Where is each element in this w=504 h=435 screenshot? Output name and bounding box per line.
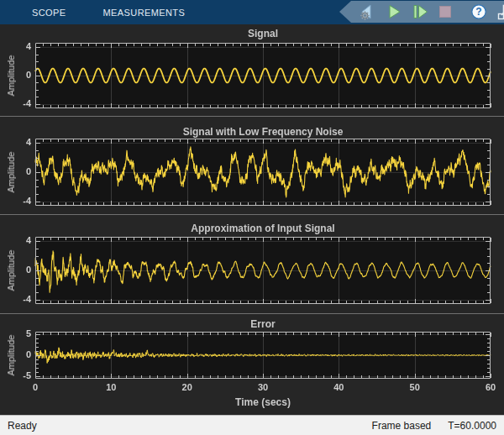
tab-scope[interactable]: SCOPE (29, 8, 70, 18)
step-forward-icon[interactable] (410, 3, 428, 21)
help-icon[interactable]: ? (470, 3, 488, 21)
status-sim-time: T=60.0000 (448, 420, 496, 432)
y-axis-label: Amplitude (6, 55, 16, 97)
tab-measurements[interactable]: MEASUREMENTS (100, 8, 189, 18)
toolstrip: SCOPE MEASUREMENTS (0, 0, 504, 24)
status-bar: Ready Frame based T=60.0000 (0, 415, 504, 435)
y-axis-label: Amplitude (6, 250, 16, 291)
plot-panel-noisy-signal: Signal with Low Frequency Noise Amplitud… (0, 117, 504, 214)
y-axis-label: Amplitude (6, 152, 16, 193)
plot-title-approximation: Approximation of Input Signal (35, 223, 491, 234)
status-frame-mode: Frame based (372, 420, 432, 432)
simulate-toolbar-group: ? (339, 1, 504, 23)
plot-title-signal: Signal (35, 28, 491, 39)
y-axis-label: Amplitude (6, 335, 16, 376)
plot-title-error: Error (35, 318, 491, 330)
plot-title-noisy-signal: Signal with Low Frequency Noise (35, 126, 491, 138)
stop-icon[interactable] (436, 3, 454, 21)
run-icon[interactable] (384, 3, 402, 21)
dock-icon[interactable] (496, 3, 504, 21)
status-ready: Ready (8, 420, 37, 432)
plot-panel-approximation: Approximation of Input Signal Amplitude (0, 215, 504, 313)
svg-text:?: ? (475, 6, 481, 18)
x-axis-label: Time (secs) (35, 396, 491, 408)
scope-display-area: Signal Amplitude Signal with Low Frequen… (0, 24, 504, 415)
plot-panel-error: Error Amplitude Time (secs) (0, 314, 504, 415)
step-back-gear-icon[interactable] (358, 3, 376, 21)
plot-panel-signal: Signal Amplitude (0, 24, 504, 116)
